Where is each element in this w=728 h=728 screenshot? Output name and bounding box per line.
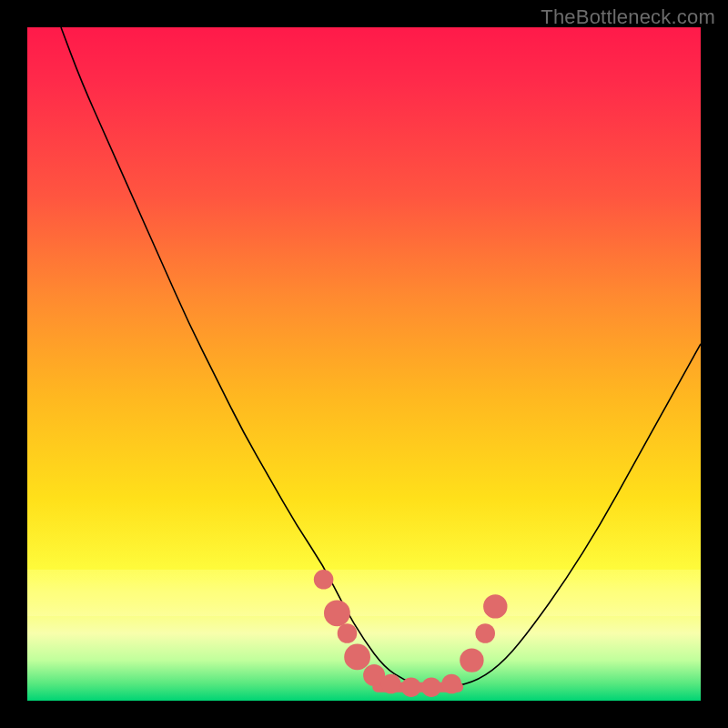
curve-marker <box>460 648 483 672</box>
bottleneck-curve-svg <box>27 27 701 701</box>
curve-marker <box>475 623 495 643</box>
curve-marker <box>441 674 461 694</box>
watermark-text: TheBottleneck.com <box>541 5 715 29</box>
curve-marker <box>421 677 441 697</box>
chart-frame: TheBottleneck.com <box>0 0 728 728</box>
curve-marker <box>381 674 401 694</box>
curve-marker <box>344 644 370 671</box>
curve-markers <box>314 570 508 697</box>
curve-marker <box>483 594 507 618</box>
curve-marker <box>338 623 358 643</box>
curve-marker <box>324 600 350 626</box>
plot-area <box>27 27 701 701</box>
curve-marker <box>314 570 334 590</box>
bottleneck-curve-path <box>61 27 701 687</box>
curve-marker <box>401 677 421 697</box>
